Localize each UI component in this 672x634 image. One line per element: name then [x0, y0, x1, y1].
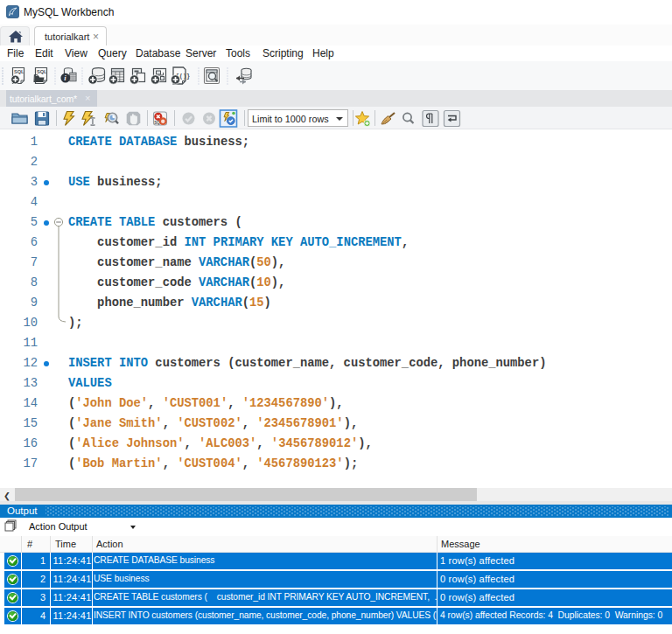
svg-text:SQL: SQL — [37, 69, 47, 74]
svg-text:SQL: SQL — [14, 69, 24, 74]
